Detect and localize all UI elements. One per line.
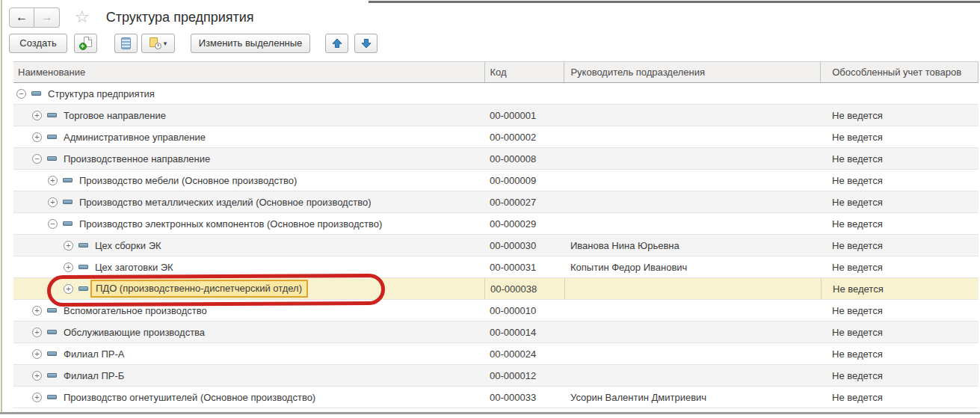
accounting-cell: Не ведется xyxy=(821,191,979,212)
accounting-cell: Не ведется xyxy=(821,213,979,234)
code-cell: 00-000029 xyxy=(484,213,564,234)
table-row[interactable]: − Производство электронных компонентов (… xyxy=(13,213,979,235)
group-icon xyxy=(47,351,57,356)
expand-icon[interactable]: + xyxy=(32,111,42,120)
table-row[interactable]: − Производственное направление 00-000008… xyxy=(13,148,979,170)
expand-icon[interactable]: + xyxy=(48,176,58,185)
row-label: ПДО (производственно-диспетчерский отдел… xyxy=(90,280,308,298)
code-cell: 00-000024 xyxy=(484,343,564,364)
create-button[interactable]: Создать xyxy=(9,34,67,53)
forward-button[interactable]: → xyxy=(34,7,60,28)
column-header-name[interactable]: Наименование xyxy=(13,62,484,82)
code-cell: 00-000027 xyxy=(484,191,564,212)
arrow-down-icon xyxy=(360,37,372,49)
report-menu-button[interactable]: ▾ xyxy=(141,34,175,53)
navigation-bar: ← → ☆ Структура предприятия xyxy=(9,6,254,28)
row-label: Административное управление xyxy=(64,132,206,143)
name-cell: − Производство электронных компонентов (… xyxy=(13,213,484,234)
code-cell: 00-000014 xyxy=(484,322,564,342)
table-row[interactable]: + ПДО (производственно-диспетчерский отд… xyxy=(13,278,979,300)
table-row[interactable]: + Производство металлических изделий (Ос… xyxy=(13,191,979,213)
history-nav-group: ← → xyxy=(9,7,60,28)
group-icon xyxy=(47,308,57,313)
table-row[interactable]: + Производство мебели (Основное производ… xyxy=(13,170,979,191)
row-label: Филиал ПР-Б xyxy=(64,370,124,381)
table-row[interactable]: + Филиал ПР-А 00-000024 Не ведется xyxy=(13,343,979,365)
group-icon xyxy=(78,265,88,269)
move-down-button[interactable] xyxy=(354,34,377,53)
name-cell: + Обслуживающие производства xyxy=(13,322,484,342)
expand-icon[interactable]: + xyxy=(32,132,42,142)
group-icon xyxy=(47,330,57,334)
window-bottom-border xyxy=(0,412,980,414)
group-icon xyxy=(47,113,57,117)
row-label: Структура предприятия xyxy=(48,88,155,99)
edit-selected-button[interactable]: Изменить выделенные xyxy=(191,34,310,53)
collapse-icon[interactable]: − xyxy=(16,89,26,99)
table-row[interactable]: + Цех заготовки ЭК 00-000031 Копытин Фед… xyxy=(13,256,979,278)
dropdown-caret-icon: ▾ xyxy=(164,40,167,47)
accounting-cell: Не ведется xyxy=(821,105,979,126)
row-label: Цех заготовки ЭК xyxy=(95,262,173,273)
column-header-accounting[interactable]: Обособленный учет товаров xyxy=(820,62,978,82)
expand-icon[interactable]: + xyxy=(32,328,42,337)
group-icon xyxy=(78,243,88,248)
name-cell: + Административное управление xyxy=(13,126,484,147)
code-cell: 00-000038 xyxy=(484,278,564,299)
table-row[interactable]: + Административное управление 00-000002 … xyxy=(13,126,979,148)
name-cell: + Производство огнетушителей (Основное п… xyxy=(13,387,484,408)
column-header-code[interactable]: Код xyxy=(484,62,564,82)
accounting-cell: Не ведется xyxy=(821,235,979,256)
row-label: Вспомогательное производство xyxy=(64,305,207,316)
table-row[interactable]: + Вспомогательное производство 00-000010… xyxy=(13,300,979,322)
table-row[interactable]: + Цех сборки ЭК 00-000030 Иванова Нина Ю… xyxy=(13,235,979,256)
code-cell: 00-000031 xyxy=(484,256,564,277)
group-icon xyxy=(47,373,57,378)
collapse-icon[interactable]: − xyxy=(48,219,58,229)
group-icon xyxy=(63,221,73,226)
accounting-cell: Не ведется xyxy=(821,300,979,321)
window-left-border xyxy=(1,0,2,412)
column-header-manager[interactable]: Руководитель подразделения xyxy=(564,62,820,82)
expand-icon[interactable]: + xyxy=(64,284,73,294)
manager-cell xyxy=(564,170,821,191)
name-cell: + ПДО (производственно-диспетчерский отд… xyxy=(13,278,484,299)
manager-cell xyxy=(564,126,821,147)
accounting-cell: Не ведется xyxy=(821,148,979,169)
row-label: Цех сборки ЭК xyxy=(95,240,161,251)
enterprise-structure-window: ← → ☆ Структура предприятия Создать + ▾ … xyxy=(0,0,980,418)
group-icon xyxy=(47,156,57,161)
table-row[interactable]: + Производство огнетушителей (Основное п… xyxy=(13,387,979,408)
manager-cell xyxy=(564,365,821,386)
expand-icon[interactable]: + xyxy=(32,349,42,359)
row-label: Производство металлических изделий (Осно… xyxy=(79,197,371,208)
favorite-star-icon[interactable]: ☆ xyxy=(75,9,90,25)
expand-icon[interactable]: + xyxy=(64,262,73,272)
table-row[interactable]: + Филиал ПР-Б 00-000012 Не ведется xyxy=(13,365,979,387)
expand-icon[interactable]: + xyxy=(32,393,42,402)
table-row[interactable]: + Торговое направление 00-000001 Не веде… xyxy=(13,105,979,126)
expand-icon[interactable]: + xyxy=(64,241,73,251)
manager-cell xyxy=(564,322,821,342)
name-cell: + Вспомогательное производство xyxy=(13,300,484,321)
name-cell: + Производство мебели (Основное производ… xyxy=(13,170,484,191)
expand-icon[interactable]: + xyxy=(48,197,58,207)
list-view-button[interactable] xyxy=(114,34,138,53)
table-row[interactable]: + Обслуживающие производства 00-000014 Н… xyxy=(13,322,979,343)
row-label: Торговое направление xyxy=(64,110,166,121)
move-up-button[interactable] xyxy=(325,34,348,53)
code-cell: 00-000009 xyxy=(484,170,564,191)
page-title: Структура предприятия xyxy=(106,10,254,25)
group-icon xyxy=(78,286,88,291)
back-button[interactable]: ← xyxy=(9,7,34,28)
code-cell xyxy=(484,83,564,104)
accounting-cell: Не ведется xyxy=(821,322,979,342)
name-cell: + Цех сборки ЭК xyxy=(13,235,484,256)
code-cell: 00-000010 xyxy=(484,300,564,321)
create-group-button[interactable]: + xyxy=(74,34,97,53)
table-body: − Структура предприятия + Торговое напра… xyxy=(13,83,979,408)
collapse-icon[interactable]: − xyxy=(32,154,42,164)
expand-icon[interactable]: + xyxy=(32,371,42,381)
table-row[interactable]: − Структура предприятия xyxy=(13,83,979,105)
expand-icon[interactable]: + xyxy=(32,306,42,316)
